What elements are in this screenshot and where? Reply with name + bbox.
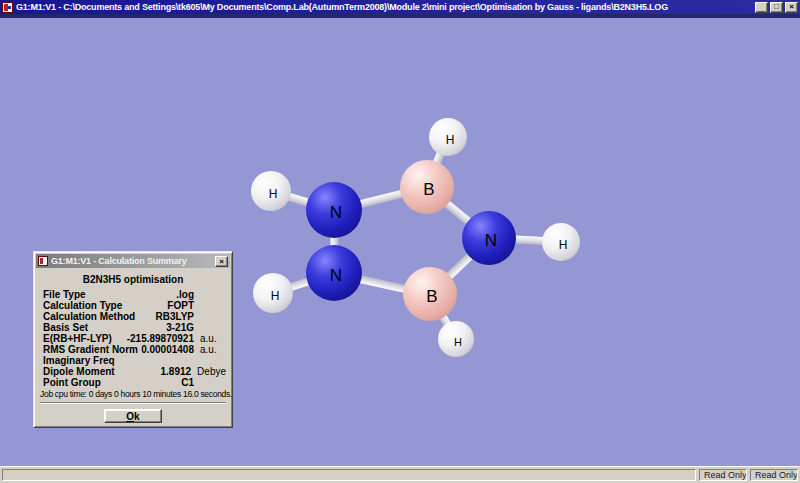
summary-row-label: Calculation Method bbox=[40, 311, 135, 322]
atom-label-H4: H bbox=[271, 289, 280, 303]
summary-row-label: RMS Gradient Norm bbox=[40, 344, 138, 355]
atom-label-B1: B bbox=[423, 180, 434, 200]
summary-row: Dipole Moment1.8912Debye bbox=[40, 366, 226, 377]
summary-row-value: 3-21G bbox=[88, 322, 196, 333]
atom-H2[interactable]: H bbox=[251, 171, 291, 211]
status-bar: Read Only Read Only bbox=[0, 466, 800, 483]
atom-N2[interactable]: N bbox=[462, 211, 516, 265]
summary-row: RMS Gradient Norm0.00001408a.u. bbox=[40, 344, 226, 355]
summary-row-unit: Debye bbox=[193, 366, 226, 377]
status-panel-readonly-1: Read Only bbox=[699, 469, 747, 481]
summary-row-value: 0.00001408 bbox=[138, 344, 196, 355]
summary-row-value: -215.89870921 bbox=[112, 333, 196, 344]
summary-row-value: 1.8912 bbox=[115, 366, 193, 377]
atom-label-B2: B bbox=[426, 287, 437, 307]
calculation-summary-dialog: G1:M1:V1 - Calculation Summary × B2N3H5 … bbox=[33, 251, 233, 428]
job-cpu-time: Job cpu time: 0 days 0 hours 10 minutes … bbox=[40, 389, 226, 399]
summary-row: E(RB+HF-LYP)-215.89870921a.u. bbox=[40, 333, 226, 344]
summary-row: Calculation MethodRB3LYP bbox=[40, 311, 226, 322]
dialog-body: B2N3H5 optimisation File Type.logCalcula… bbox=[36, 274, 230, 423]
ok-button[interactable]: Ok bbox=[104, 409, 162, 423]
atom-H1[interactable]: H bbox=[429, 118, 467, 156]
summary-row-value: RB3LYP bbox=[135, 311, 196, 322]
summary-row: Point GroupC1 bbox=[40, 377, 226, 388]
summary-row-label: File Type bbox=[40, 289, 86, 300]
status-panel-readonly-2: Read Only bbox=[750, 469, 798, 481]
atom-label-N1: N bbox=[330, 203, 342, 223]
summary-row-unit: a.u. bbox=[196, 333, 226, 344]
atom-B1[interactable]: B bbox=[400, 160, 454, 214]
status-panel-main bbox=[2, 469, 696, 481]
dialog-title: G1:M1:V1 - Calculation Summary bbox=[51, 256, 215, 266]
dialog-gaussview-icon bbox=[38, 256, 48, 266]
summary-row-label: Dipole Moment bbox=[40, 366, 115, 377]
atom-label-H1: H bbox=[446, 133, 455, 147]
atom-label-H5: H bbox=[454, 336, 462, 348]
dialog-titlebar[interactable]: G1:M1:V1 - Calculation Summary × bbox=[36, 254, 230, 268]
atom-label-H3: H bbox=[559, 238, 568, 252]
summary-row: Imaginary Freq bbox=[40, 355, 226, 366]
dialog-close-icon: × bbox=[219, 257, 224, 266]
atom-label-N2: N bbox=[485, 231, 497, 251]
dialog-separator bbox=[40, 402, 226, 404]
summary-row-label: Point Group bbox=[40, 377, 101, 388]
summary-row: File Type.log bbox=[40, 289, 226, 300]
summary-row-label: Basis Set bbox=[40, 322, 88, 333]
summary-row-unit: a.u. bbox=[196, 344, 226, 355]
summary-row-label: E(RB+HF-LYP) bbox=[40, 333, 112, 344]
summary-row: Calculation TypeFOPT bbox=[40, 300, 226, 311]
summary-row: Basis Set3-21G bbox=[40, 322, 226, 333]
atom-H5[interactable]: H bbox=[438, 321, 474, 357]
atom-N1[interactable]: N bbox=[306, 182, 362, 238]
atom-label-N3: N bbox=[330, 266, 342, 286]
atom-B2[interactable]: B bbox=[403, 267, 457, 321]
atom-label-H2: H bbox=[269, 187, 278, 201]
summary-heading: B2N3H5 optimisation bbox=[40, 274, 226, 285]
atom-H3[interactable]: H bbox=[542, 223, 580, 261]
dialog-close-button[interactable]: × bbox=[215, 256, 228, 267]
summary-row-label: Calculation Type bbox=[40, 300, 122, 311]
summary-row-label: Imaginary Freq bbox=[40, 355, 115, 366]
atom-H4[interactable]: H bbox=[253, 273, 293, 313]
summary-row-value: C1 bbox=[101, 377, 196, 388]
summary-rows: File Type.logCalculation TypeFOPTCalcula… bbox=[40, 289, 226, 388]
atom-N3[interactable]: N bbox=[306, 245, 362, 301]
summary-row-value: .log bbox=[86, 289, 196, 300]
summary-row-value: FOPT bbox=[122, 300, 196, 311]
